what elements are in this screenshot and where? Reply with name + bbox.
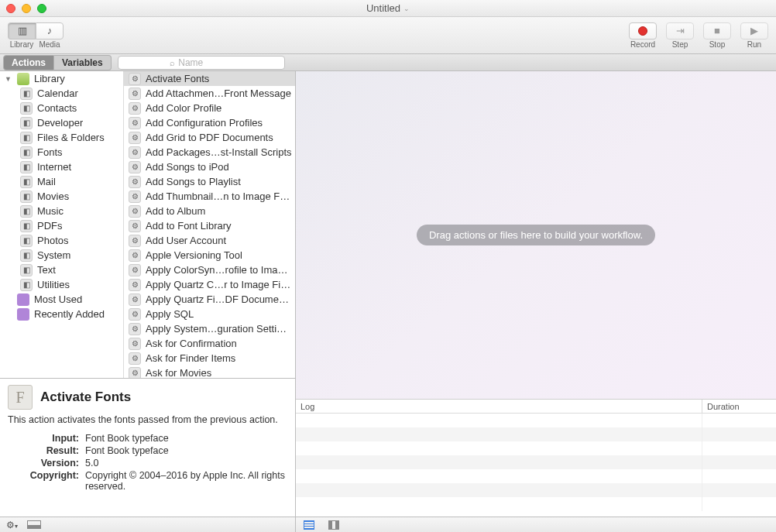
- action-item[interactable]: ⚙Add Packages…st-Install Scripts: [124, 145, 295, 160]
- category-smart-item[interactable]: Recently Added: [0, 307, 123, 321]
- category-item[interactable]: ◧System: [0, 248, 123, 263]
- category-item[interactable]: ◧PDFs: [0, 218, 123, 233]
- view-list-button[interactable]: [304, 520, 314, 530]
- action-label: Apply Quartz Fi…DF Documents: [146, 293, 292, 305]
- disclosure-icon: ▼: [5, 75, 12, 83]
- window-minimize-button[interactable]: [22, 4, 31, 13]
- action-item[interactable]: ⚙Add User Account: [124, 233, 295, 248]
- action-item[interactable]: ⚙Activate Fonts: [124, 71, 295, 86]
- meta-value: Copyright © 2004–2016 by Apple Inc. All …: [85, 470, 287, 492]
- category-item[interactable]: ◧Calendar: [0, 86, 123, 101]
- action-label: Ask for Finder Items: [146, 352, 235, 364]
- category-icon: ◧: [20, 117, 33, 129]
- action-item[interactable]: ⚙Apply Quartz C…r to Image Files: [124, 277, 295, 292]
- action-item[interactable]: ⚙Add Grid to PDF Documents: [124, 130, 295, 145]
- category-item[interactable]: ◧Fonts: [0, 145, 123, 160]
- record-button[interactable]: [629, 22, 657, 39]
- category-item[interactable]: ◧Contacts: [0, 101, 123, 115]
- library-toggle[interactable]: ▥: [8, 22, 36, 39]
- window-zoom-button[interactable]: [37, 4, 46, 13]
- category-icon: ◧: [20, 190, 33, 203]
- action-label: Ask for Movies: [146, 367, 211, 378]
- log-row: [296, 455, 776, 469]
- action-item[interactable]: ⚙Add Songs to iPod: [124, 160, 295, 174]
- settings-menu[interactable]: ⚙︎▾: [6, 520, 18, 530]
- step-button[interactable]: ⇥: [666, 22, 694, 39]
- view-flow-button[interactable]: [328, 520, 339, 530]
- action-item[interactable]: ⚙Apply SQL: [124, 307, 295, 321]
- action-item[interactable]: ⚙Add to Album: [124, 204, 295, 218]
- category-item[interactable]: ◧Utilities: [0, 277, 123, 292]
- search-input[interactable]: [178, 57, 232, 68]
- category-item[interactable]: ◧Developer: [0, 115, 123, 130]
- window-titlebar: Untitled ⌄: [0, 0, 776, 17]
- category-item[interactable]: ◧Photos: [0, 233, 123, 248]
- action-item[interactable]: ⚙Apply Quartz Fi…DF Documents: [124, 292, 295, 307]
- category-label: Library: [34, 73, 65, 84]
- category-label: Photos: [37, 235, 68, 246]
- category-label: PDFs: [37, 220, 63, 232]
- action-label: Apply System…guration Settings: [146, 323, 292, 335]
- category-label: Contacts: [37, 102, 77, 114]
- action-icon: ⚙: [129, 132, 141, 144]
- category-item[interactable]: ◧Mail: [0, 174, 123, 189]
- action-item[interactable]: ⚙Add to Font Library: [124, 218, 295, 233]
- category-item[interactable]: ◧Music: [0, 204, 123, 218]
- action-item[interactable]: ⚙Add Color Profile: [124, 101, 295, 115]
- category-icon: ◧: [20, 132, 33, 144]
- category-item[interactable]: ◧Movies: [0, 189, 123, 204]
- category-list[interactable]: ▼Library◧Calendar◧Contacts◧Developer◧Fil…: [0, 71, 124, 378]
- category-root[interactable]: ▼Library: [0, 71, 123, 86]
- library-footer: ⚙︎▾: [0, 517, 295, 532]
- stop-button[interactable]: ■: [703, 22, 731, 39]
- actions-tab[interactable]: Actions: [3, 55, 54, 70]
- run-button[interactable]: ▶: [740, 22, 768, 39]
- action-item[interactable]: ⚙Ask for Finder Items: [124, 351, 295, 366]
- filter-bar: ActionsVariables ⌕: [0, 54, 776, 71]
- action-item[interactable]: ⚙Ask for Movies: [124, 366, 295, 378]
- smart-folder-icon: [17, 293, 29, 306]
- workflow-canvas[interactable]: Drag actions or files here to build your…: [296, 71, 776, 399]
- category-item[interactable]: ◧Text: [0, 263, 123, 277]
- action-icon: ⚙: [129, 235, 141, 247]
- toolbar-icon: ▥: [18, 25, 27, 36]
- show-hide-description[interactable]: [27, 520, 41, 529]
- action-item[interactable]: ⚙Apple Versioning Tool: [124, 248, 295, 263]
- search-icon: ⌕: [170, 58, 175, 67]
- action-item[interactable]: ⚙Apply ColorSyn…rofile to Images: [124, 263, 295, 277]
- action-item[interactable]: ⚙Ask for Confirmation: [124, 336, 295, 351]
- action-item[interactable]: ⚙Add Attachmen…Front Message: [124, 86, 295, 101]
- log-column-header[interactable]: Log: [296, 400, 702, 413]
- action-label: Add User Account: [146, 235, 226, 246]
- toolbar: ▥♪ Library Media Record⇥Step■Stop▶Run: [0, 17, 776, 54]
- action-label: Ask for Confirmation: [146, 338, 237, 349]
- action-item[interactable]: ⚙Add Thumbnail…n to Image Files: [124, 189, 295, 204]
- toolbar-label: Run: [747, 40, 761, 49]
- category-item[interactable]: ◧Files & Folders: [0, 130, 123, 145]
- action-item[interactable]: ⚙Apply System…guration Settings: [124, 321, 295, 336]
- action-icon: ⚙: [129, 249, 141, 262]
- toolbar-label: Step: [672, 40, 688, 49]
- smart-folder-icon: [17, 308, 29, 321]
- action-label: Add Songs to Playlist: [146, 176, 241, 187]
- meta-key: Input:: [8, 433, 85, 444]
- category-icon: ◧: [20, 264, 33, 276]
- category-icon: ◧: [20, 176, 33, 188]
- action-item[interactable]: ⚙Add Songs to Playlist: [124, 174, 295, 189]
- action-icon: ⚙: [129, 146, 141, 159]
- action-list[interactable]: ⚙Activate Fonts⚙Add Attachmen…Front Mess…: [124, 71, 295, 378]
- media-toggle[interactable]: ♪: [36, 22, 64, 39]
- duration-column-header[interactable]: Duration: [702, 400, 776, 413]
- window-close-button[interactable]: [6, 4, 15, 13]
- category-item[interactable]: ◧Internet: [0, 160, 123, 174]
- action-icon: ⚙: [129, 220, 141, 232]
- action-label: Activate Fonts: [146, 73, 209, 84]
- action-icon: ⚙: [129, 279, 141, 291]
- category-icon: ◧: [20, 235, 33, 247]
- log-row: [296, 483, 776, 497]
- category-smart-item[interactable]: Most Used: [0, 292, 123, 307]
- variables-tab[interactable]: Variables: [54, 55, 112, 70]
- search-field[interactable]: ⌕: [118, 56, 285, 70]
- action-item[interactable]: ⚙Add Configuration Profiles: [124, 115, 295, 130]
- action-icon: ⚙: [129, 323, 141, 335]
